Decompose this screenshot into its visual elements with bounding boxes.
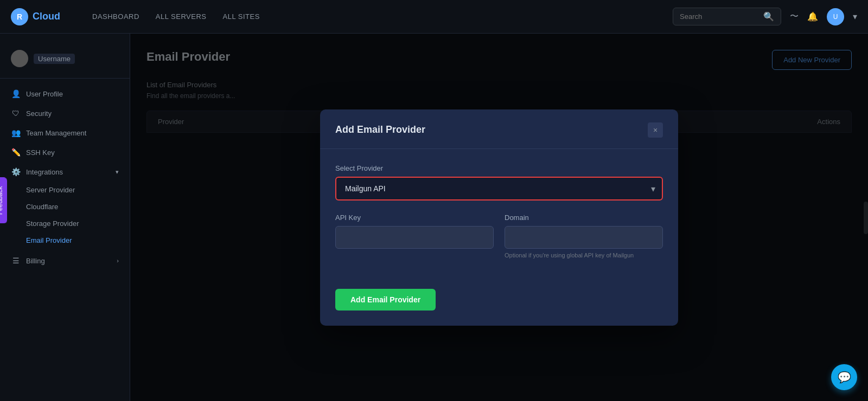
nav-right: 🔍 〜 🔔 U ▾ xyxy=(673,8,857,25)
sidebar-username: Username xyxy=(34,54,75,64)
domain-input[interactable] xyxy=(505,226,663,249)
modal-close-button[interactable]: × xyxy=(648,122,663,138)
domain-hint: Optional if you're using global API key … xyxy=(505,252,663,258)
main-content: Email Provider Add New Provider List of … xyxy=(130,34,868,401)
modal-header: Add Email Provider × xyxy=(320,109,678,149)
security-icon: 🛡 xyxy=(11,109,21,118)
api-key-label: API Key xyxy=(335,214,494,222)
nav-links: DASHBOARD ALL SERVERS ALL SITES xyxy=(92,12,656,21)
sidebar-group-integrations[interactable]: ⚙️ Integrations ▾ xyxy=(0,162,130,182)
sidebar-item-server-provider[interactable]: Server Provider xyxy=(26,182,130,198)
cloudflare-label: Cloudflare xyxy=(26,203,58,211)
form-group-domain: Domain Optional if you're using global A… xyxy=(505,214,663,258)
feedback-tab[interactable]: Feedback xyxy=(0,178,7,224)
sidebar: Username 👤 User Profile 🛡 Security 👥 Tea… xyxy=(0,34,130,401)
nav-all-sites[interactable]: ALL SITES xyxy=(223,12,260,21)
billing-icon: ☰ xyxy=(11,256,21,265)
user-dropdown-icon[interactable]: ▾ xyxy=(853,11,857,22)
sidebar-item-storage-provider[interactable]: Storage Provider xyxy=(26,215,130,232)
server-provider-label: Server Provider xyxy=(26,186,75,194)
logo-icon: R xyxy=(11,8,28,25)
sidebar-item-label: User Profile xyxy=(26,90,63,98)
api-key-input[interactable] xyxy=(335,226,494,249)
integrations-chevron-icon: ▾ xyxy=(116,169,119,176)
sidebar-item-cloudflare[interactable]: Cloudflare xyxy=(26,198,130,215)
search-bar[interactable]: 🔍 xyxy=(673,8,781,25)
top-navigation: R Cloud DASHBOARD ALL SERVERS ALL SITES … xyxy=(0,0,868,34)
brand-name: Cloud xyxy=(33,11,60,22)
sidebar-user: Username xyxy=(0,44,130,79)
modal-add-email-provider: Add Email Provider × Select Provider Mai… xyxy=(320,109,678,326)
storage-provider-label: Storage Provider xyxy=(26,219,79,228)
email-provider-label: Email Provider xyxy=(26,236,72,244)
integrations-icon: ⚙️ xyxy=(11,167,21,176)
add-email-provider-button[interactable]: Add Email Provider xyxy=(335,289,436,311)
billing-label: Billing xyxy=(26,257,45,265)
sidebar-sub-integrations: Server Provider Cloudflare Storage Provi… xyxy=(0,182,130,249)
modal-overlay: Add Email Provider × Select Provider Mai… xyxy=(130,34,868,401)
team-management-icon: 👥 xyxy=(11,128,21,137)
bell-icon[interactable]: 🔔 xyxy=(807,11,818,22)
sidebar-item-label: Security xyxy=(26,109,52,118)
chat-button[interactable]: 💬 xyxy=(831,364,857,390)
form-group-api-key: API Key xyxy=(335,214,494,258)
search-input[interactable] xyxy=(680,12,759,21)
chat-icon: 💬 xyxy=(838,371,851,384)
select-provider-label: Select Provider xyxy=(335,164,663,172)
domain-label: Domain xyxy=(505,214,663,222)
modal-body: Select Provider Mailgun API SMTP SendGri… xyxy=(320,149,678,278)
nav-all-servers[interactable]: ALL SERVERS xyxy=(156,12,207,21)
modal-footer: Add Email Provider xyxy=(320,278,678,326)
sidebar-item-ssh-key[interactable]: ✏️ SSH Key xyxy=(0,143,130,162)
feedback-label: Feedback xyxy=(0,186,4,215)
nav-dashboard[interactable]: DASHBOARD xyxy=(92,12,139,21)
integrations-label: Integrations xyxy=(26,168,63,176)
modal-title: Add Email Provider xyxy=(335,124,425,135)
activity-icon[interactable]: 〜 xyxy=(790,11,799,22)
sidebar-item-user-profile[interactable]: 👤 User Profile xyxy=(0,84,130,104)
sidebar-avatar xyxy=(11,50,28,67)
sidebar-item-security[interactable]: 🛡 Security xyxy=(0,104,130,123)
logo[interactable]: R Cloud xyxy=(11,8,76,25)
user-profile-icon: 👤 xyxy=(11,89,21,98)
form-row-api-domain: API Key Domain Optional if you're using … xyxy=(335,214,663,258)
provider-select[interactable]: Mailgun API SMTP SendGrid xyxy=(335,177,663,200)
search-icon: 🔍 xyxy=(763,11,774,22)
billing-chevron-icon: › xyxy=(117,257,119,264)
main-layout: Username 👤 User Profile 🛡 Security 👥 Tea… xyxy=(0,34,868,401)
sidebar-item-email-provider[interactable]: Email Provider xyxy=(26,232,130,249)
avatar[interactable]: U xyxy=(827,8,844,25)
ssh-key-icon: ✏️ xyxy=(11,148,21,157)
provider-select-wrapper: Mailgun API SMTP SendGrid ▾ xyxy=(335,177,663,200)
sidebar-item-label: Team Management xyxy=(26,129,86,137)
sidebar-item-billing[interactable]: ☰ Billing › xyxy=(0,251,130,270)
sidebar-item-label: SSH Key xyxy=(26,148,55,157)
sidebar-item-team-management[interactable]: 👥 Team Management xyxy=(0,123,130,143)
